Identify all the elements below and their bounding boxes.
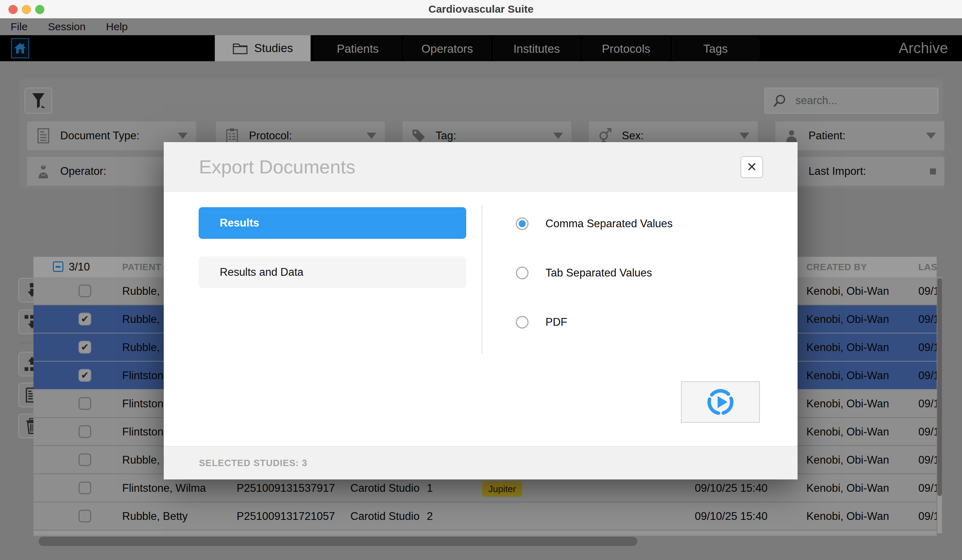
window-titlebar: Cardiovascular Suite [0,0,962,19]
format-option-pdf[interactable]: PDF [516,315,567,329]
dialog-header: Export Documents ✕ [164,142,797,192]
radio-icon [516,267,529,279]
close-button[interactable]: ✕ [741,156,763,178]
radio-icon [516,217,529,230]
window-title: Cardiovascular Suite [0,0,962,18]
export-run-icon [705,387,736,417]
format-option-tsv[interactable]: Tab Separated Values [516,266,652,280]
format-option-label: PDF [546,316,567,328]
close-icon: ✕ [746,160,757,174]
selected-studies-label: SELECTED STUDIES: 3 [199,458,307,468]
scope-results-and-data-button[interactable]: Results and Data [199,256,466,288]
scope-results-button[interactable]: Results [199,207,466,239]
scope-results-and-data-label: Results and Data [220,266,303,278]
format-option-label: Tab Separated Values [546,267,652,279]
start-export-button[interactable] [681,381,760,423]
format-option-label: Comma Separated Values [546,217,673,230]
export-documents-dialog: Export Documents ✕ Results Results and D… [164,142,797,480]
format-option-csv[interactable]: Comma Separated Values [516,217,673,231]
dialog-title: Export Documents [199,142,355,192]
scope-results-label: Results [220,217,259,229]
dialog-footer: SELECTED STUDIES: 3 [164,446,797,480]
panel-divider [482,206,483,354]
radio-icon [516,316,529,328]
